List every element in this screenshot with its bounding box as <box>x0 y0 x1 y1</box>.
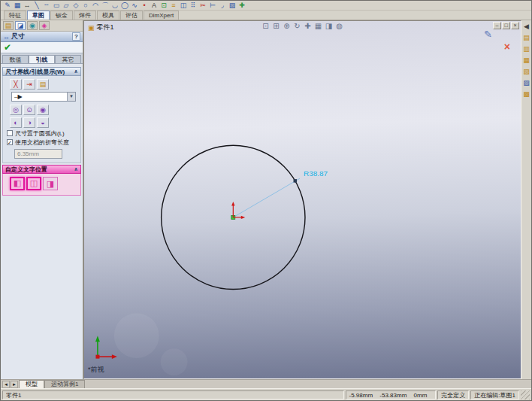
propertymanager-tab-icon[interactable]: ◪ <box>15 21 26 30</box>
command-tab[interactable]: 焊件 <box>74 11 96 20</box>
resources-icon[interactable]: ▤ <box>522 34 530 42</box>
sketch-origin[interactable] <box>231 202 245 219</box>
document-default-icon[interactable]: ▤ <box>37 79 49 90</box>
centerline-icon[interactable]: ╌ <box>42 2 51 10</box>
radius-leader-broken-icon[interactable]: ◉ <box>37 105 49 115</box>
document-tab[interactable]: 模型 <box>19 380 44 388</box>
mirror-entities-icon[interactable]: ◫ <box>179 2 188 10</box>
featuremanager-tab-icon[interactable]: ▤ <box>3 21 14 30</box>
witness-break-icon[interactable]: ╳ <box>10 79 22 90</box>
ok-button[interactable]: ✔ <box>4 43 11 52</box>
sketch-canvas[interactable]: R38.87 <box>84 21 521 378</box>
display-style-icon[interactable]: ◨ <box>325 22 334 30</box>
dimension-leader-line[interactable] <box>233 178 300 217</box>
move-entities-icon[interactable]: ✚ <box>237 2 246 10</box>
zoom-fit-icon[interactable]: ⊡ <box>261 22 271 30</box>
command-tab[interactable]: 特征 <box>4 11 26 20</box>
bend-length-checkbox-label: 使用文档的折弯长度 <box>15 139 69 146</box>
circle-icon[interactable]: ○ <box>81 2 90 10</box>
command-tab[interactable]: 模具 <box>97 11 119 20</box>
minimize-button[interactable]: – <box>493 22 501 29</box>
trim-entities-icon[interactable]: ✂ <box>198 2 207 10</box>
text-position-left-icon[interactable]: ◧ <box>10 177 25 190</box>
ellipse-icon[interactable]: ◯ <box>120 2 129 10</box>
view-orientation-icon[interactable]: ▦ <box>314 22 323 30</box>
three-point-arc-icon[interactable]: ◡ <box>110 2 119 10</box>
dimension-value[interactable]: R38.87 <box>304 169 328 178</box>
dimension-attach-handle[interactable] <box>294 179 297 182</box>
text-icon[interactable]: A <box>150 2 159 10</box>
graphics-area[interactable]: R38.87 ▣ 零件1 <box>83 20 521 379</box>
custom-properties-icon[interactable]: ▩ <box>522 90 530 99</box>
arc-inside-checkbox-label: 尺寸置于圆弧内(L) <box>15 130 65 137</box>
fillet-entities-icon[interactable]: ◞ <box>218 2 227 10</box>
command-tab[interactable]: 评估 <box>120 11 143 20</box>
extend-entities-icon[interactable]: ⊢ <box>208 2 217 10</box>
radius-leader-smart-icon[interactable]: ◒ <box>37 117 49 128</box>
panel-tab[interactable]: 其它 <box>55 55 81 63</box>
linear-pattern-icon[interactable]: ⠿ <box>189 2 198 10</box>
cancel-sketch-button[interactable]: × <box>504 41 510 53</box>
polygon-icon[interactable]: ◇ <box>71 2 80 10</box>
tab-scroll-left-icon[interactable]: ◄ <box>2 381 10 388</box>
panel-tab[interactable]: 数值 <box>2 55 29 63</box>
heads-up-view-toolbar: ⊡⊞⊕↻✚▦◨◍ <box>261 22 344 30</box>
property-manager-header: ↔ 尺寸 ? <box>1 32 83 42</box>
radius-leader-solid-icon[interactable]: ◑ <box>23 117 35 128</box>
background-flare <box>114 313 159 358</box>
bend-length-input[interactable] <box>14 149 62 159</box>
line-icon[interactable]: ╲ <box>32 2 41 10</box>
panel-tab[interactable]: 引线 <box>29 55 55 63</box>
arc-inside-checkbox[interactable] <box>7 130 13 136</box>
parallelogram-icon[interactable]: ▱ <box>62 2 71 10</box>
command-tab[interactable]: 草图 <box>27 11 50 20</box>
status-editing: 正在编辑:草图1 <box>470 390 519 399</box>
text-position-right-icon[interactable]: ◨ <box>43 177 58 190</box>
arrow-style-dropdown[interactable]: –▶ ▼ <box>11 92 76 102</box>
command-tab[interactable]: 钣金 <box>50 11 73 20</box>
help-button[interactable]: ? <box>72 32 80 41</box>
view-palette-icon[interactable]: ▧ <box>522 68 530 76</box>
collapse-taskpane-icon[interactable]: ◀ <box>522 23 530 31</box>
offset-entities-icon[interactable]: ≡ <box>169 2 178 10</box>
smart-dimension-icon[interactable]: ↔ <box>23 2 32 10</box>
pan-icon[interactable]: ✚ <box>304 22 313 30</box>
point-icon[interactable]: • <box>140 2 149 10</box>
radius-leader-outside-icon[interactable]: ◎ <box>10 105 22 115</box>
tab-scroll-right-icon[interactable]: ► <box>11 381 18 388</box>
file-explorer-icon[interactable]: ▦ <box>522 56 530 65</box>
sketch-icon[interactable]: ✎ <box>3 2 12 10</box>
text-position-center-icon[interactable]: ◫ <box>26 177 41 190</box>
convert-entities-icon[interactable]: ⊡ <box>159 2 168 10</box>
dimxpertmanager-tab-icon[interactable]: ◈ <box>39 21 50 30</box>
rectangle-icon[interactable]: ▭ <box>52 2 61 10</box>
arrow-style-value: –▶ <box>14 93 23 100</box>
zoom-in-out-icon[interactable]: ⊕ <box>283 22 292 30</box>
configurationmanager-tab-icon[interactable]: ◉ <box>27 21 38 30</box>
construction-geometry-icon[interactable]: ▨ <box>228 2 237 10</box>
property-manager-body: 尺寸界线/引线显示(W) ∧ ╳⇥▤ –▶ ▼ ◎⊙◉ <box>1 64 83 197</box>
appearances-icon[interactable]: ▨ <box>522 79 530 87</box>
bend-length-checkbox[interactable]: ✓ <box>7 139 13 145</box>
design-library-icon[interactable]: ▥ <box>522 45 530 53</box>
command-tab[interactable]: DimXpert <box>144 11 179 20</box>
chevron-down-icon: ▼ <box>67 93 75 101</box>
close-button[interactable]: × <box>511 22 519 29</box>
exit-sketch-button[interactable]: ✎ <box>484 29 492 40</box>
radius-leader-open-icon[interactable]: ◐ <box>10 117 22 128</box>
spline-icon[interactable]: ∿ <box>130 2 139 10</box>
rotate-view-icon[interactable]: ↻ <box>293 22 302 30</box>
text-position-group-header[interactable]: 自定义文字位置 ∧ <box>2 165 81 174</box>
zoom-area-icon[interactable]: ⊞ <box>272 22 281 30</box>
resize-grip[interactable] <box>521 390 530 399</box>
document-tab[interactable]: 运动算例1 <box>44 380 85 388</box>
centerpoint-arc-icon[interactable]: ◠ <box>91 2 100 10</box>
witness-group-header[interactable]: 尺寸界线/引线显示(W) ∧ <box>2 67 81 76</box>
radius-leader-inside-icon[interactable]: ⊙ <box>23 105 35 115</box>
restore-button[interactable]: □ <box>502 22 510 29</box>
hide-show-icon[interactable]: ◍ <box>335 22 344 30</box>
leader-arrow-icon[interactable]: ⇥ <box>23 79 35 90</box>
grid-icon[interactable]: ▦ <box>13 2 22 10</box>
document-title-label: 零件1 <box>97 23 114 32</box>
tangent-arc-icon[interactable]: ⌒ <box>101 2 110 10</box>
